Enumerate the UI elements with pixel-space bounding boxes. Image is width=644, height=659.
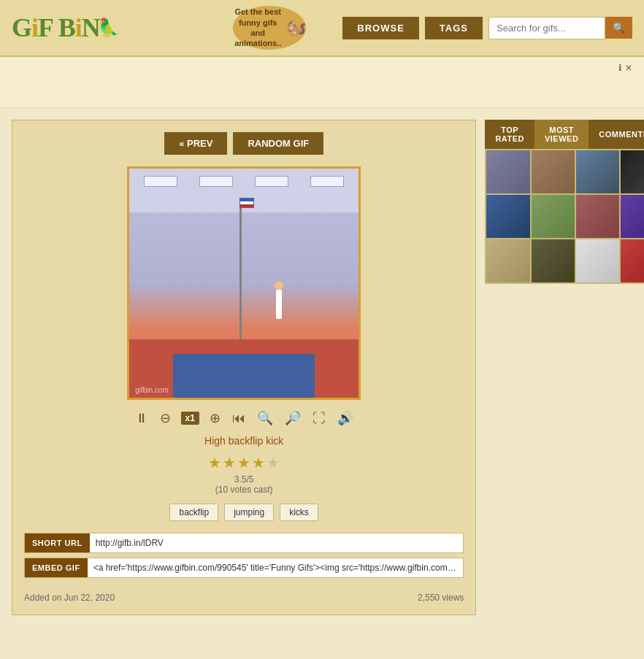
- tab-commented[interactable]: COMMENTED: [589, 120, 644, 149]
- star-3[interactable]: ★: [237, 454, 250, 471]
- site-header: GiF BiN 🦜 Get the best funny gifs and an…: [0, 0, 644, 57]
- nav-buttons: BROWSE TAGS 🔍: [342, 17, 632, 39]
- zoom-in-button[interactable]: 🔍: [256, 409, 275, 428]
- views-text: 2,550 views: [418, 593, 464, 603]
- star-1[interactable]: ★: [208, 454, 221, 471]
- search-button[interactable]: 🔍: [605, 17, 632, 39]
- stars-row[interactable]: ★ ★ ★ ★ ★: [24, 454, 464, 471]
- search-input[interactable]: [488, 17, 605, 39]
- ad-controls: ℹ ✕: [618, 63, 632, 73]
- short-url-label: SHORT URL: [25, 533, 90, 552]
- thumb-9[interactable]: [486, 239, 529, 282]
- thumb-1[interactable]: [486, 150, 529, 193]
- ad-banner: ℹ ✕: [0, 57, 644, 108]
- pole: [239, 198, 242, 339]
- added-text: Added on Jun 22, 2020: [24, 593, 115, 603]
- star-5[interactable]: ★: [267, 454, 280, 471]
- logo-bird-icon: 🦜: [97, 18, 119, 38]
- figure: [268, 281, 290, 339]
- logo[interactable]: GiF BiN 🦜: [12, 12, 119, 43]
- figure-head: [275, 281, 283, 290]
- embed-gif-value[interactable]: <a href='https://www.gifbin.com/990545' …: [88, 558, 464, 577]
- watermark: gifbin.com: [135, 386, 169, 394]
- minus-button[interactable]: ⊖: [158, 409, 172, 428]
- thumb-6[interactable]: [532, 195, 575, 238]
- rating-value: 3.5/5: [234, 474, 254, 485]
- light-1: [144, 176, 177, 187]
- plus-button[interactable]: ⊕: [208, 409, 222, 428]
- main-content: « PREV RANDOM GIF: [0, 108, 644, 627]
- action-buttons: « PREV RANDOM GIF: [24, 132, 464, 155]
- thumb-5[interactable]: [486, 195, 529, 238]
- star-4[interactable]: ★: [252, 454, 265, 471]
- speed-badge: x1: [181, 412, 199, 425]
- browse-button[interactable]: BROWSE: [342, 17, 419, 39]
- thumb-12[interactable]: [621, 239, 644, 282]
- tab-most-viewed[interactable]: MOST VIEWED: [534, 120, 589, 149]
- thumbnails-grid: [485, 149, 644, 284]
- right-panel: TOP RATED MOST VIEWED COMMENTED: [485, 120, 644, 615]
- lights: [129, 169, 359, 194]
- embed-gif-box: EMBED GIF <a href='https://www.gifbin.co…: [24, 558, 464, 578]
- pause-button[interactable]: ⏸: [134, 409, 150, 428]
- tagline-text: Get the best funny gifs and animations..: [233, 7, 283, 48]
- star-2[interactable]: ★: [223, 454, 236, 471]
- floor-blue: [173, 354, 315, 398]
- light-4: [310, 176, 344, 187]
- tag-jumping[interactable]: jumping: [224, 504, 274, 521]
- tags-button[interactable]: TAGS: [425, 17, 483, 39]
- tab-top-rated[interactable]: TOP RATED: [485, 120, 534, 149]
- logo-text: GiF BiN: [12, 12, 100, 43]
- search-bar: 🔍: [488, 17, 632, 39]
- gif-title: High backflip kick: [24, 435, 464, 447]
- light-3: [255, 176, 288, 187]
- thumb-2[interactable]: [532, 150, 575, 193]
- left-panel: « PREV RANDOM GIF: [12, 120, 476, 615]
- gif-container: gifbin.com: [127, 166, 361, 400]
- thumb-11[interactable]: [576, 239, 619, 282]
- gif-placeholder: gifbin.com: [129, 169, 359, 398]
- gif-controls: ⏸ ⊖ x1 ⊕ ⏮ 🔍 🔎 ⛶ 🔊: [24, 409, 464, 428]
- light-2: [199, 176, 233, 187]
- ad-close-icon[interactable]: ✕: [625, 63, 632, 73]
- zoom-out-button[interactable]: 🔎: [283, 409, 302, 428]
- footer-info: Added on Jun 22, 2020 2,550 views: [24, 585, 464, 603]
- ad-info-icon[interactable]: ℹ: [618, 63, 622, 73]
- rating-text: 3.5/5 (10 votes cast): [24, 474, 464, 495]
- random-gif-button[interactable]: RANDOM GIF: [233, 132, 323, 155]
- tag-kicks[interactable]: kicks: [280, 504, 318, 521]
- prev-button[interactable]: « PREV: [164, 132, 227, 155]
- thumb-7[interactable]: [576, 195, 619, 238]
- thumb-10[interactable]: [532, 239, 575, 282]
- tagline-bubble: Get the best funny gifs and animations..…: [233, 6, 306, 50]
- flag-icon: [239, 198, 254, 208]
- thumb-8[interactable]: [621, 195, 644, 238]
- fullscreen-button[interactable]: ⛶: [311, 409, 327, 428]
- tag-backflip[interactable]: backflip: [169, 504, 218, 521]
- short-url-value[interactable]: http://gifb.in/lDRV: [90, 533, 464, 552]
- short-url-box: SHORT URL http://gifb.in/lDRV: [24, 533, 464, 553]
- rewind-button[interactable]: ⏮: [231, 409, 247, 428]
- tabs-row: TOP RATED MOST VIEWED COMMENTED: [485, 120, 644, 149]
- thumb-3[interactable]: [576, 150, 619, 193]
- volume-button[interactable]: 🔊: [336, 409, 355, 428]
- embed-gif-label: EMBED GIF: [25, 558, 88, 577]
- tags-row: backflip jumping kicks: [24, 504, 464, 521]
- thumb-4[interactable]: [621, 150, 644, 193]
- squirrel-icon: 🐿️: [286, 18, 306, 39]
- figure-body: [276, 290, 282, 319]
- gif-scene: gifbin.com: [129, 169, 359, 398]
- rating-votes: (10 votes cast): [215, 485, 273, 495]
